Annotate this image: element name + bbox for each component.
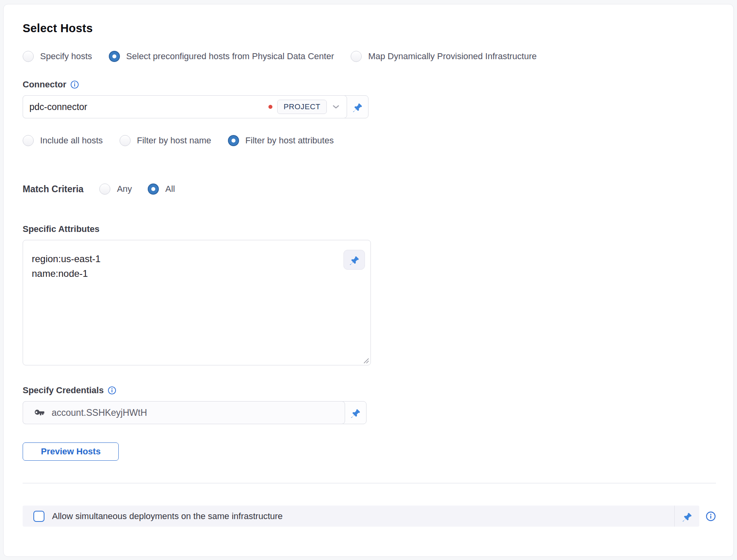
scope-badge: PROJECT — [277, 100, 327, 114]
radio-option-label: Filter by host name — [137, 135, 211, 146]
info-icon[interactable] — [108, 386, 116, 395]
specific-attributes-label: Specific Attributes — [23, 224, 716, 234]
radio-selected-icon — [228, 135, 239, 146]
radio-option-label: Map Dynamically Provisioned Infrastructu… — [368, 51, 536, 62]
match-criteria-radio-group: Match Criteria Any All — [23, 183, 716, 195]
credentials-pin-cell — [345, 402, 366, 424]
divider — [23, 483, 716, 483]
connector-label-text: Connector — [23, 79, 66, 90]
info-icon[interactable] — [706, 511, 716, 521]
resize-handle[interactable] — [363, 357, 369, 364]
radio-option-any[interactable]: Any — [99, 183, 132, 195]
specific-attributes-label-text: Specific Attributes — [23, 224, 100, 234]
radio-unselected-icon — [23, 135, 34, 146]
radio-option-label: Specify hosts — [40, 51, 92, 62]
connector-label: Connector — [23, 79, 716, 90]
radio-option-filter-by-host-attributes[interactable]: Filter by host attributes — [228, 135, 334, 146]
checkbox-unchecked-icon[interactable] — [33, 511, 44, 522]
connector-pin-cell — [347, 96, 368, 118]
pin-icon[interactable] — [352, 102, 363, 112]
radio-option-label: Filter by host attributes — [245, 135, 334, 146]
credentials-label-text: Specify Credentials — [23, 385, 104, 396]
simultaneous-deployments-row: Allow simultaneous deployments on the sa… — [23, 506, 699, 527]
radio-unselected-icon — [99, 183, 110, 195]
connector-input[interactable] — [29, 102, 265, 112]
radio-option-label: Include all hosts — [40, 135, 103, 146]
footer-pin-cell — [675, 511, 699, 521]
required-dot-icon — [268, 105, 272, 109]
pin-icon[interactable] — [682, 511, 692, 521]
radio-option-preconfigured-hosts[interactable]: Select preconfigured hosts from Physical… — [109, 51, 334, 62]
host-selection-radio-group: Specify hosts Select preconfigured hosts… — [23, 51, 716, 62]
radio-unselected-icon — [23, 51, 34, 62]
pin-button[interactable] — [343, 250, 365, 270]
simultaneous-deployments-option[interactable]: Allow simultaneous deployments on the sa… — [33, 506, 675, 527]
connector-field: PROJECT — [23, 95, 368, 118]
info-icon[interactable] — [70, 80, 79, 89]
select-hosts-panel: Select Hosts Specify hosts Select precon… — [3, 4, 734, 557]
specific-attributes-field: region:us-east-1 name:node-1 — [23, 240, 371, 365]
radio-option-all[interactable]: All — [148, 183, 175, 195]
radio-option-dynamic-infrastructure[interactable]: Map Dynamically Provisioned Infrastructu… — [351, 51, 536, 62]
specific-attributes-input[interactable]: region:us-east-1 name:node-1 — [23, 240, 370, 365]
page-title: Select Hosts — [23, 22, 716, 35]
radio-option-include-all-hosts[interactable]: Include all hosts — [23, 135, 103, 146]
credentials-label: Specify Credentials — [23, 385, 716, 396]
radio-selected-icon — [148, 183, 159, 195]
match-criteria-label: Match Criteria — [23, 184, 83, 195]
radio-option-specify-hosts[interactable]: Specify hosts — [23, 51, 92, 62]
chevron-down-icon[interactable] — [332, 102, 340, 111]
pin-icon — [349, 255, 359, 265]
footer: Allow simultaneous deployments on the sa… — [23, 506, 716, 527]
credentials-selector[interactable]: account.SSHKeyjHWtH — [23, 401, 345, 424]
radio-selected-icon — [109, 51, 120, 62]
radio-unselected-icon — [351, 51, 362, 62]
radio-option-label: All — [165, 184, 175, 194]
preview-hosts-button[interactable]: Preview Hosts — [23, 442, 119, 461]
key-icon — [33, 407, 45, 419]
checkbox-label: Allow simultaneous deployments on the sa… — [52, 511, 283, 521]
credentials-field: account.SSHKeyjHWtH — [23, 401, 367, 424]
pin-icon[interactable] — [350, 407, 361, 418]
radio-option-label: Select preconfigured hosts from Physical… — [126, 51, 334, 62]
connector-field-main[interactable]: PROJECT — [23, 95, 347, 118]
radio-option-label: Any — [117, 184, 132, 194]
credentials-value: account.SSHKeyjHWtH — [52, 407, 147, 418]
radio-unselected-icon — [120, 135, 131, 146]
radio-option-filter-by-host-name[interactable]: Filter by host name — [120, 135, 211, 146]
host-filter-radio-group: Include all hosts Filter by host name Fi… — [23, 135, 716, 146]
